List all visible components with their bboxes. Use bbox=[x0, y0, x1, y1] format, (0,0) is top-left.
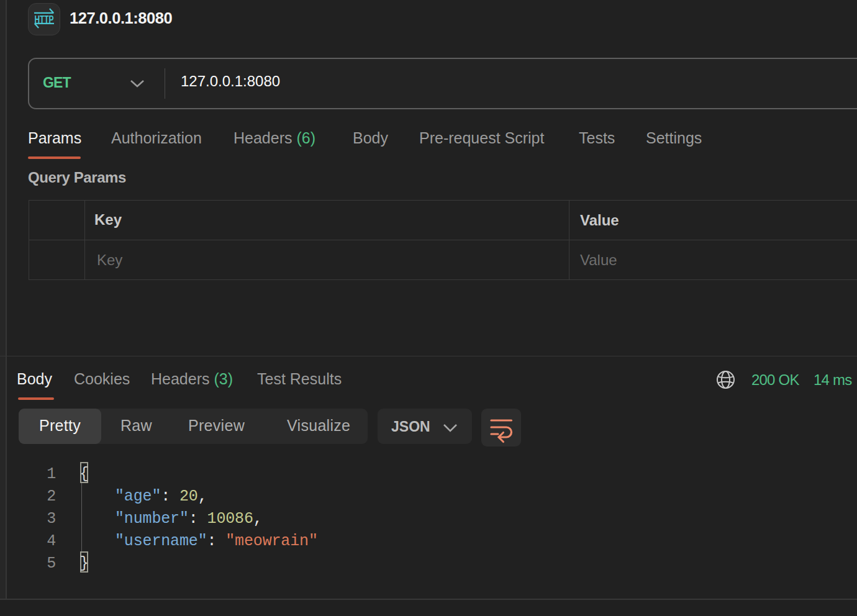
svg-text:HTTP: HTTP bbox=[34, 14, 53, 25]
